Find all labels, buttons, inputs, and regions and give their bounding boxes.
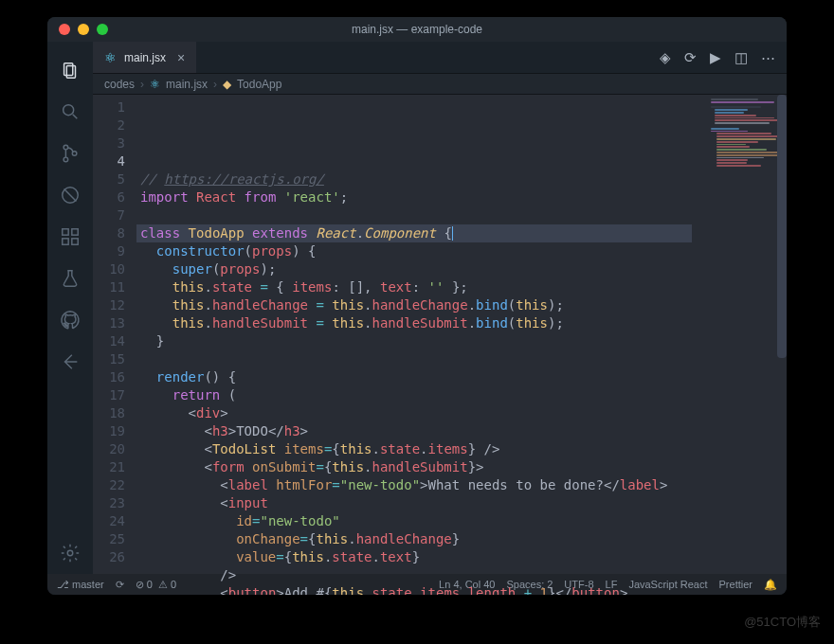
github-icon[interactable] [47, 299, 93, 341]
tab-actions: ◈ ⟳ ▶ ◫ ⋯ [648, 42, 787, 73]
tab-label: main.jsx [124, 51, 166, 64]
window-controls [47, 24, 108, 35]
breadcrumb-folder[interactable]: codes [104, 78, 135, 91]
breadcrumb-file[interactable]: main.jsx [166, 78, 208, 91]
window-title: main.jsx — example-code [47, 23, 787, 36]
breadcrumb-sep: › [140, 78, 144, 91]
svg-rect-9 [63, 229, 68, 235]
sync-status-icon[interactable]: ⟳ [116, 579, 124, 591]
editor-window: main.jsx — example-code ⚛ main.jsx × [47, 17, 787, 595]
explorer-icon[interactable] [47, 49, 93, 91]
breadcrumbs[interactable]: codes › ⚛ main.jsx › ◆ TodoApp [93, 74, 787, 95]
svg-rect-1 [66, 65, 75, 78]
svg-rect-0 [64, 63, 73, 76]
svg-point-2 [63, 105, 74, 116]
code-editor[interactable]: 1234567891011121314151617181920212223242… [93, 95, 787, 574]
window-body: ⚛ main.jsx × ◈ ⟳ ▶ ◫ ⋯ codes › ⚛ main.js… [47, 42, 787, 574]
scm-icon[interactable] [47, 133, 93, 174]
react-file-icon: ⚛ [150, 78, 160, 91]
svg-rect-10 [63, 239, 68, 244]
sync-icon[interactable]: ⟳ [684, 49, 697, 66]
test-icon[interactable] [47, 258, 93, 299]
zoom-window-button[interactable] [97, 24, 108, 35]
arrow-icon[interactable] [47, 341, 93, 383]
svg-point-13 [67, 550, 73, 556]
extensions-icon[interactable] [47, 216, 93, 258]
settings-icon[interactable] [47, 532, 93, 574]
svg-rect-11 [72, 239, 78, 244]
minimap[interactable] [709, 98, 775, 212]
tab-bar: ⚛ main.jsx × ◈ ⟳ ▶ ◫ ⋯ [93, 42, 787, 74]
titlebar[interactable]: main.jsx — example-code [47, 17, 787, 42]
code-area[interactable]: // https://reactjs.org/import React from… [136, 95, 787, 574]
more-actions-icon[interactable]: ⋯ [761, 49, 775, 66]
scrollbar-thumb[interactable] [777, 95, 787, 358]
close-tab-button[interactable]: × [177, 50, 185, 65]
search-icon[interactable] [47, 91, 93, 133]
svg-rect-12 [72, 229, 78, 235]
run-icon[interactable]: ▶ [710, 49, 721, 66]
line-gutter[interactable]: 1234567891011121314151617181920212223242… [93, 95, 136, 574]
minimize-window-button[interactable] [78, 24, 89, 35]
class-symbol-icon: ◆ [223, 78, 231, 91]
svg-point-5 [63, 157, 68, 162]
close-window-button[interactable] [59, 24, 70, 35]
react-file-icon: ⚛ [104, 51, 117, 64]
activity-bar [47, 42, 93, 574]
breadcrumb-symbol[interactable]: TodoApp [237, 78, 281, 91]
editor-main: ⚛ main.jsx × ◈ ⟳ ▶ ◫ ⋯ codes › ⚛ main.js… [93, 42, 787, 574]
tab-main-jsx[interactable]: ⚛ main.jsx × [93, 42, 196, 73]
svg-point-4 [63, 145, 68, 150]
svg-line-3 [73, 115, 78, 119]
svg-line-8 [64, 189, 77, 202]
git-compare-icon[interactable]: ◈ [660, 49, 671, 66]
watermark: @51CTO博客 [744, 614, 821, 631]
git-branch-status[interactable]: ⎇ master [57, 579, 104, 591]
split-editor-icon[interactable]: ◫ [734, 49, 748, 66]
breadcrumb-sep: › [213, 78, 217, 91]
debug-icon[interactable] [47, 174, 93, 216]
